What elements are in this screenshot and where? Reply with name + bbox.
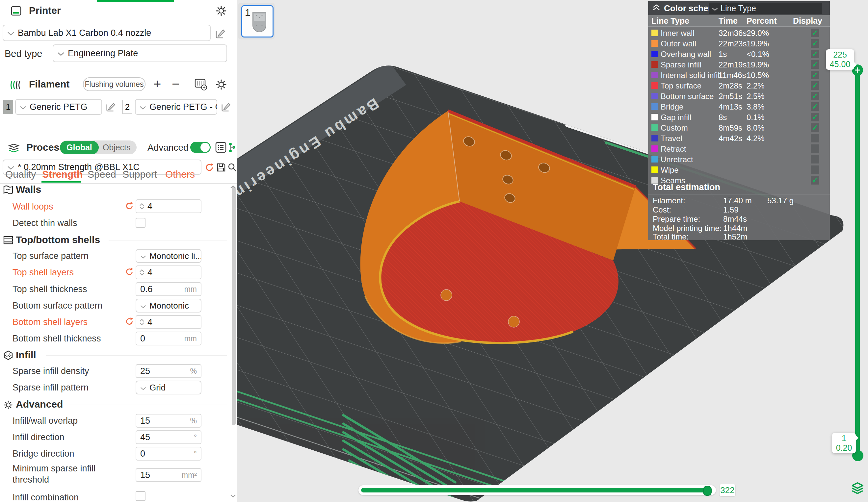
detect-thin-walls-checkbox[interactable] — [136, 218, 145, 228]
infill-direction-input[interactable]: 45 ° — [136, 430, 202, 444]
filament-2-select[interactable]: Generic PETG - Ge... — [135, 99, 217, 115]
bed-type-label: Bed type — [4, 48, 42, 59]
top-shell-layers-input[interactable]: 4 — [136, 265, 202, 279]
scroll-down-icon[interactable] — [230, 494, 236, 500]
chevron-down-icon — [140, 251, 146, 261]
reset-icon[interactable] — [124, 316, 134, 328]
list-icon[interactable] — [215, 141, 227, 155]
display-checkbox[interactable]: ✓ — [811, 60, 819, 69]
display-checkbox[interactable] — [811, 166, 819, 174]
spinner-arrows[interactable] — [136, 316, 147, 328]
unit-label: mm² — [182, 471, 197, 480]
display-checkbox[interactable]: ✓ — [811, 50, 819, 58]
filament-gear-icon[interactable] — [215, 78, 228, 92]
display-checkbox[interactable]: ✓ — [811, 29, 819, 37]
top-shell-layers-value: 4 — [147, 268, 152, 278]
bottom-shell-layers-input[interactable]: 4 — [136, 315, 202, 329]
display-checkbox[interactable]: ✓ — [811, 81, 819, 90]
min-sparse-threshold-input[interactable]: 15 mm² — [136, 468, 202, 482]
shells-header[interactable]: Top/bottom shells — [0, 234, 230, 246]
remove-filament-button[interactable]: − — [172, 77, 179, 92]
color-scheme-panel: Color scheme Line Type Line Type Time Pe… — [648, 1, 830, 240]
legend-row: Bottom surface2m51s2.5%✓ — [648, 92, 830, 101]
printer-edit-icon[interactable] — [214, 27, 226, 41]
glue-text: GLUE — [566, 496, 579, 502]
tab-strength[interactable]: Strength — [42, 169, 83, 180]
move-slider-handle[interactable] — [703, 486, 712, 496]
settings-panel: Printer Bambu Lab X1 Carbon 0.4 nozzle B… — [0, 0, 237, 502]
advanced-header[interactable]: Advanced — [0, 399, 230, 410]
shells-title: Top/bottom shells — [16, 234, 100, 245]
color-scheme-dropdown[interactable]: Line Type — [709, 3, 822, 14]
top-shell-thickness-input[interactable]: 0.6 mm — [136, 282, 202, 296]
infill-wall-overlap-input[interactable]: 15 % — [136, 414, 202, 428]
infill-combination-checkbox[interactable] — [136, 491, 145, 501]
printer-preset-select[interactable]: Bambu Lab X1 Carbon 0.4 nozzle — [3, 25, 211, 41]
printer-gear-icon[interactable] — [215, 4, 228, 19]
top-surface-pattern-select[interactable]: Monotonic li... — [136, 249, 202, 263]
scroll-up-icon[interactable] — [230, 185, 236, 190]
sparse-infill-pattern-select[interactable]: Grid — [136, 380, 202, 395]
tab-speed[interactable]: Speed — [87, 169, 116, 180]
spinner-arrows[interactable] — [136, 200, 147, 212]
filament-1-edit-icon[interactable] — [105, 101, 116, 114]
display-checkbox[interactable]: ✓ — [811, 113, 819, 122]
infill-header[interactable]: Infill — [0, 349, 230, 361]
process-header: Process Global Objects Advanced — [0, 141, 230, 156]
plate-thumbnail[interactable]: 1 — [241, 5, 273, 38]
bed-type-select[interactable]: Engineering Plate — [53, 44, 227, 62]
display-checkbox[interactable]: ✓ — [811, 176, 819, 185]
filament-2-badge[interactable]: 2 — [122, 100, 132, 114]
legend-row: Top surface2m28s2.2%✓ — [648, 81, 830, 91]
display-checkbox[interactable]: ✓ — [811, 102, 819, 111]
bridge-direction-input[interactable]: 0 ° — [136, 447, 202, 461]
ams-icon[interactable] — [194, 78, 208, 92]
bottom-surface-pattern-select[interactable]: Monotonic — [136, 299, 202, 313]
tab-quality[interactable]: Quality — [5, 169, 36, 180]
reset-icon[interactable] — [124, 201, 134, 212]
wall-loops-input[interactable]: 4 — [136, 199, 202, 213]
tab-support[interactable]: Support — [122, 169, 157, 180]
display-checkbox[interactable]: ✓ — [811, 123, 819, 132]
top-surface-pattern-value: Monotonic li... — [149, 251, 201, 261]
display-checkbox[interactable]: ✓ — [811, 71, 819, 79]
printer-icon — [10, 5, 22, 19]
display-checkbox[interactable] — [811, 144, 819, 153]
bottom-shell-thickness-value: 0 — [140, 334, 145, 344]
bottom-shell-thickness-input[interactable]: 0 mm — [136, 332, 202, 345]
process-scope-toggle[interactable]: Global Objects — [60, 140, 137, 154]
min-sparse-threshold-label2: threshold — [12, 475, 49, 485]
display-checkbox[interactable]: ✓ — [811, 92, 819, 100]
scope-objects[interactable]: Objects — [99, 141, 137, 154]
layer-slider-track[interactable] — [855, 70, 860, 455]
walls-header[interactable]: Walls — [0, 184, 230, 196]
params-icon[interactable] — [228, 142, 236, 155]
reset-icon[interactable] — [124, 267, 134, 278]
display-checkbox[interactable]: ✓ — [811, 39, 819, 48]
unit-label: % — [190, 367, 197, 376]
legend-row: Retract — [648, 144, 830, 154]
chevron-down-icon — [140, 383, 146, 393]
display-checkbox[interactable] — [811, 134, 819, 143]
filament-1-badge[interactable]: 1 — [3, 100, 13, 114]
filament-1-select[interactable]: Generic PETG — [15, 99, 102, 115]
sparse-infill-density-input[interactable]: 25 % — [136, 364, 202, 378]
legend-row: Travel4m42s4.2% — [648, 134, 830, 144]
panel-scrollbar[interactable] — [232, 187, 236, 425]
filament-2-edit-icon[interactable] — [220, 101, 232, 114]
flushing-volumes-button[interactable]: Flushing volumes — [83, 77, 145, 91]
scope-global[interactable]: Global — [60, 141, 99, 154]
sparse-infill-pattern-value: Grid — [149, 383, 166, 393]
legend-row: Overhang wall1s<0.1%✓ — [648, 49, 830, 59]
add-filament-button[interactable]: + — [153, 77, 161, 92]
viewport-3d[interactable]: Bambu Engineering — [237, 0, 868, 502]
collapse-icon[interactable] — [652, 4, 661, 13]
advanced-toggle[interactable] — [190, 142, 211, 153]
display-checkbox[interactable] — [811, 155, 819, 164]
tab-others[interactable]: Others — [165, 169, 195, 180]
filament-title: Filament — [29, 79, 70, 90]
spinner-arrows[interactable] — [136, 266, 147, 279]
col-display: Display — [793, 16, 822, 26]
move-slider[interactable] — [359, 485, 716, 495]
layers-stack-icon[interactable] — [850, 481, 865, 496]
